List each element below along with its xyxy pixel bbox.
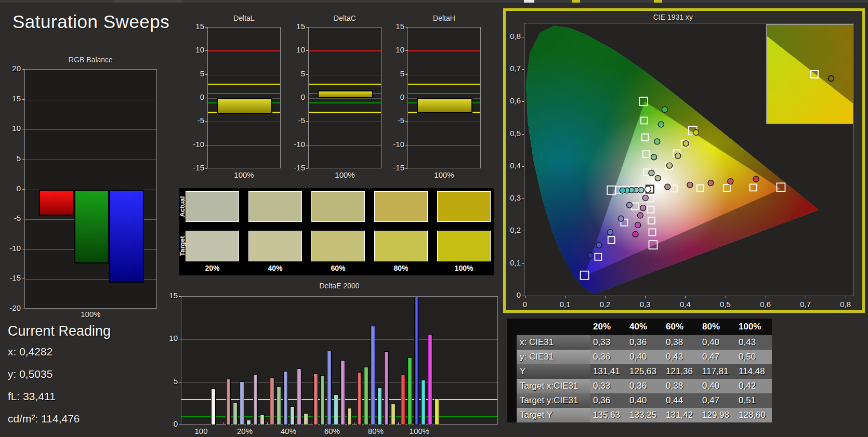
cie-measured-marker-yellow: [667, 163, 673, 168]
limit-line-red: [309, 50, 381, 51]
top-edge-mark: [654, 0, 662, 3]
cie-y-tick-label: 0,6: [502, 96, 521, 105]
x-axis-tick: [311, 422, 311, 425]
table-row-label: Target y:CIE31: [517, 393, 590, 408]
delta-e-bar-20%-magenta: [253, 375, 258, 425]
table-header-cell: 60%: [663, 319, 699, 335]
y-axis-tick-label: -10: [1, 244, 21, 253]
delta-e-bar-100%-magenta: [428, 334, 432, 425]
current-reading-heading: Current Reading: [8, 323, 111, 339]
y-axis-tick-label: 0: [386, 92, 404, 101]
deltaH-plot: [407, 27, 481, 168]
x-axis-tick: [398, 422, 399, 425]
swatch-target-80%: [374, 231, 428, 261]
swatch-row-label-actual: Actual: [178, 194, 186, 218]
cie-y-tick-label: 0,4: [502, 161, 521, 170]
table-row: y: CIE310,360,400,430,470,50: [507, 350, 772, 364]
delta-e-bar-80%-yellow: [391, 404, 396, 425]
cie-white-measured-marker: [645, 186, 651, 192]
y-axis-tick-label: 0: [1, 184, 21, 193]
cie-measured-marker-red: [665, 184, 670, 190]
table-cell: 0,43: [735, 335, 772, 350]
table-cell: 114,48: [735, 364, 772, 379]
y-axis-tick-label: 5: [386, 69, 404, 78]
delta-e-bar-40%-blue: [283, 371, 288, 425]
y-axis-tick-label: 10: [186, 45, 204, 54]
table-header-cell: [507, 319, 517, 335]
delta-e-bar-60%-yellow: [347, 408, 352, 425]
rgb-balance-bar-green: [74, 190, 109, 264]
y-axis-tick: [205, 168, 207, 169]
delta-e-bar-40%-red: [270, 377, 274, 425]
y-axis-tick-label: 20: [1, 64, 21, 73]
current-reading-y: y: 0,5035: [8, 368, 111, 380]
y-axis-tick: [22, 309, 24, 309]
y-axis-tick-label: 5: [1, 154, 21, 163]
panel-cie-1931[interactable]: [524, 23, 853, 296]
y-axis-tick: [179, 425, 181, 425]
cie-y-tick: [522, 231, 524, 231]
table-row-edge: [507, 379, 517, 393]
y-axis-tick: [205, 145, 207, 145]
table-cell: 128,60: [735, 408, 772, 422]
current-reading-fl: fL: 33,411: [8, 390, 111, 403]
y-axis-tick: [205, 50, 207, 51]
delta-e-bar-100%-green: [407, 357, 412, 425]
panel-swatches[interactable]: 20%40%60%80%100%ActualTarget: [179, 188, 494, 275]
table-cell: 125,63: [626, 364, 663, 379]
table-cell: 0,50: [735, 350, 772, 364]
table-row: Target Y135,63133,25131,42129,98128,60: [507, 408, 772, 422]
deltaH-x-label: 100%: [424, 170, 465, 179]
y-axis-tick: [405, 145, 407, 145]
cie-inset-measured-marker: [828, 76, 834, 82]
y-axis-tick-label: -15: [386, 163, 404, 172]
x-axis-tick: [354, 422, 355, 425]
swatch-target-40%: [248, 231, 302, 261]
table-cell: 131,41: [590, 364, 626, 379]
delta-e-group-label: 100%: [399, 427, 440, 435]
gridline: [309, 122, 381, 122]
table-cell: 0,33: [590, 335, 626, 350]
y-axis-tick-label: 10: [286, 45, 305, 54]
table-cell: 0,47: [699, 393, 735, 408]
top-edge-mark: [524, 0, 534, 3]
delta-e-bar-20%-red: [226, 379, 231, 425]
limit-line-green: [208, 93, 280, 94]
delta-e-bar-20%-green: [233, 403, 238, 425]
y-axis-tick-label: 15: [1, 94, 21, 103]
y-axis-tick-label: 10: [1, 124, 21, 133]
y-axis-tick: [205, 121, 207, 122]
y-axis-tick-label: -10: [386, 140, 404, 149]
cie-measured-marker-blue: [618, 216, 624, 221]
cie-y-tick: [522, 198, 524, 199]
delta-e-bar-60%-magenta: [340, 360, 345, 425]
limit-line-red: [208, 50, 280, 51]
table-row: Target x:CIE310,330,360,380,400,42: [507, 379, 772, 393]
table-cell: 135,63: [590, 408, 626, 422]
cie-measured-marker-red: [708, 180, 714, 186]
panel-data-table[interactable]: 20%40%60%80%100%x: CIE310,330,360,380,40…: [507, 319, 772, 422]
cie-x-tick: [605, 296, 606, 298]
cie-x-tick-label: 0,4: [675, 300, 695, 309]
delta-e-bar-80%-magenta: [384, 351, 389, 425]
cie-y-tick: [522, 263, 524, 264]
cie-y-tick-label: 0,7: [502, 64, 521, 73]
table-row-label: Y: [517, 364, 590, 379]
limit-line-red: [208, 145, 280, 146]
cie-y-tick-label: 0,8: [502, 32, 521, 41]
cie-measured-marker-magenta: [635, 222, 641, 228]
delta-e-group-label: 60%: [311, 427, 353, 435]
table-cell: 0,38: [663, 335, 699, 350]
cie-measured-marker-red: [687, 182, 693, 188]
gridline: [25, 129, 156, 130]
y-axis-tick: [306, 121, 308, 122]
y-axis-tick: [405, 50, 407, 51]
delta-e-bar-80%-green: [364, 367, 369, 425]
delta-e-bar-20%-yellow: [260, 415, 265, 425]
delta-e-bar-80%-cyan: [377, 388, 382, 425]
y-axis-tick: [22, 69, 24, 70]
y-axis-tick: [405, 74, 407, 75]
delta-e-bar-40%-cyan: [290, 406, 295, 425]
rgb-balance-x-label: 100%: [70, 310, 112, 319]
y-axis-tick-label: -15: [286, 163, 305, 172]
